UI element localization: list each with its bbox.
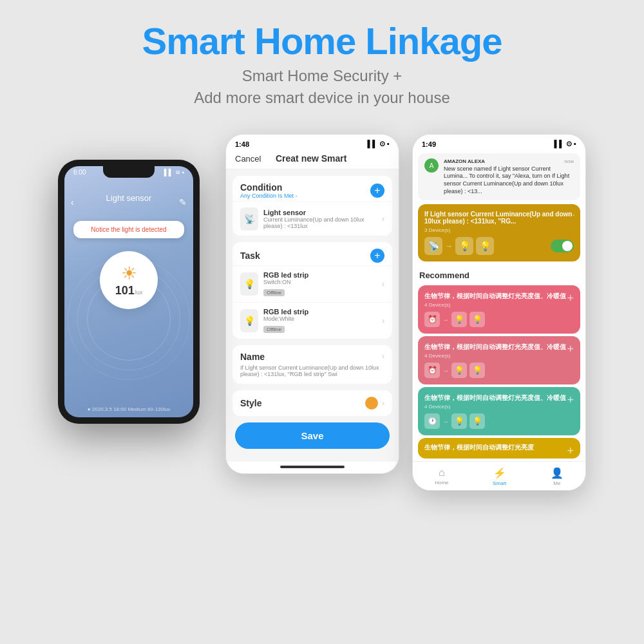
light-sensor-icon: 📡 (240, 207, 258, 231)
mid-phone: 1:48 ▌▌ ⊙ ▪ Cancel Creat new Smart Condi… (225, 134, 399, 474)
left-phone-time: 6:00 (73, 169, 86, 176)
gold-card-toggle[interactable] (551, 240, 574, 252)
condition-item-text: Light sensor Current Luminance(Up and do… (263, 209, 382, 229)
cancel-button[interactable]: Cancel (235, 154, 261, 164)
name-section: Name If Light sensor Current Luminance(U… (232, 345, 392, 384)
recommend-card-2-title: 生物节律，根据时间自动调整灯光亮度值、冷暖值 (424, 343, 574, 352)
notif-time: now (564, 158, 574, 165)
condition-item-arrow: › (382, 214, 384, 223)
task-item-2[interactable]: 💡 RGB led strip Mode:White Offline › (232, 302, 392, 339)
task-item-1-arrow: › (382, 279, 384, 289)
notification-bubble: Notice the light is detected (73, 221, 184, 238)
notif-text: New scene named If Light sensor Current … (444, 166, 574, 196)
nav-home[interactable]: ⌂ Home (435, 467, 448, 486)
page-title: Smart Home Linkage (0, 19, 644, 62)
recommend-card-4[interactable]: + 生物节律，根据时间自动调整灯光亮度 (418, 438, 580, 459)
task-item-1[interactable]: 💡 RGB led strip Switch:ON Offline › (232, 265, 392, 302)
offline-badge-2: Offline (263, 326, 285, 333)
gold-card-icons: 📡 → 💡 💡 (424, 237, 574, 255)
style-label: Style (240, 398, 261, 408)
right-notif-body: AMAZON ALEXA now New scene named If Ligh… (444, 158, 574, 195)
task-title: Task (240, 251, 260, 261)
recommend-label: Recommend (413, 265, 585, 283)
left-phone-wrap: 6:00 ▌▌ ≋ ▪ ‹ Light sensor ✎ Notice the … (58, 160, 213, 424)
rec3-icon-3: 💡 (469, 413, 485, 429)
task-icon-2: 💡 (240, 309, 258, 332)
task-section-header: Task + (232, 242, 392, 265)
task-item-1-name: RGB led strip (263, 271, 382, 279)
left-phone: 6:00 ▌▌ ≋ ▪ ‹ Light sensor ✎ Notice the … (58, 160, 200, 424)
gold-card-more-icon[interactable]: ··· (567, 209, 575, 220)
rec2-icon-1: ⏰ (424, 363, 440, 378)
style-color-dot[interactable] (365, 397, 378, 410)
offline-badge-1: Offline (263, 289, 285, 296)
right-status-bar: 1:49 ▌▌ ⊙ ▪ (413, 135, 585, 151)
smart-icon: ⚡ (493, 467, 506, 479)
page-header: Smart Home Linkage Smart Home Security +… (0, 0, 644, 121)
task-item-2-arrow: › (382, 316, 384, 325)
gold-card-title: If Light sensor Current Luminance(Up and… (424, 211, 574, 225)
right-phone-signal: ▌▌ ⊙ ▪ (554, 140, 576, 148)
right-bottom-nav: ⌂ Home ⚡ Smart 👤 Me (413, 461, 585, 490)
mid-nav: Cancel Creat new Smart (226, 151, 399, 169)
left-phone-signal: ▌▌ ≋ ▪ (164, 169, 184, 176)
recommend-card-1[interactable]: + 生物节律，根据时间自动调整灯光亮度值、冷暖值 4 Device(s) ⏰ →… (418, 285, 580, 334)
right-phone: 1:49 ▌▌ ⊙ ▪ A AMAZON ALEXA now New scene… (412, 134, 586, 491)
name-value: If Light sensor Current Luminance(Up and… (240, 365, 382, 377)
nav-home-label: Home (435, 480, 448, 486)
page-subtitle: Smart Home Security + Add more smart dev… (0, 65, 644, 108)
right-phone-time: 1:49 (422, 140, 436, 148)
recommend-card-3-icons: 🕐 → 💡 💡 (424, 413, 574, 429)
gold-card-devices: 3 Device(s) (424, 227, 574, 233)
mid-status-bar: 1:48 ▌▌ ⊙ ▪ (226, 135, 399, 151)
gold-card-arrow: → (445, 242, 453, 251)
mid-phone-time: 1:48 (235, 140, 249, 148)
recommend-card-3-devices: 4 Device(s) (424, 404, 574, 410)
recommend-card-2[interactable]: + 生物节律，根据时间自动调整灯光亮度值、冷暖值 4 Device(s) ⏰ →… (418, 336, 580, 384)
rec2-icon-3: 💡 (469, 363, 485, 378)
gold-card[interactable]: If Light sensor Current Luminance(Up and… (418, 204, 580, 261)
left-phone-edit-icon[interactable]: ✎ (179, 197, 187, 207)
add-condition-button[interactable]: + (370, 184, 384, 198)
rec2-arrow: → (442, 367, 449, 374)
style-arrow: › (382, 399, 384, 408)
left-phone-screen: 6:00 ▌▌ ≋ ▪ ‹ Light sensor ✎ Notice the … (64, 166, 193, 417)
right-phone-wrap: 1:49 ▌▌ ⊙ ▪ A AMAZON ALEXA now New scene… (412, 134, 586, 491)
right-notification: A AMAZON ALEXA now New scene named If Li… (418, 153, 580, 200)
mid-content: Condition Any Condition Is Met - + 📡 Lig… (226, 169, 399, 462)
task-item-1-detail: Switch:ON (263, 279, 382, 285)
mid-phone-signal: ▌▌ ⊙ ▪ (367, 140, 390, 148)
rec3-arrow: → (442, 418, 449, 425)
nav-me[interactable]: 👤 Me (551, 467, 564, 486)
task-item-2-name: RGB led strip (263, 308, 382, 316)
gold-device-icon-3: 💡 (476, 237, 494, 255)
gold-device-icon-1: 📡 (424, 237, 442, 255)
nav-smart[interactable]: ⚡ Smart (493, 467, 506, 486)
mid-phone-wrap: 1:48 ▌▌ ⊙ ▪ Cancel Creat new Smart Condi… (225, 134, 399, 474)
recommend-card-3[interactable]: + 生物节律，根据时间自动调整灯光亮度值、冷暖值 4 Device(s) 🕐 →… (418, 387, 580, 435)
save-button[interactable]: Save (235, 422, 390, 449)
recommend-card-2-devices: 4 Device(s) (424, 353, 574, 359)
me-icon: 👤 (551, 467, 564, 479)
left-phone-screen-title: Light sensor (64, 188, 193, 208)
recommend-card-1-title: 生物节律，根据时间自动调整灯光亮度值、冷暖值 (424, 292, 574, 301)
mid-nav-title: Creat new Smart (276, 153, 346, 164)
condition-item[interactable]: 📡 Light sensor Current Luminance(Up and … (232, 202, 392, 236)
task-item-2-text: RGB led strip Mode:White Offline (263, 308, 382, 334)
task-item-2-detail: Mode:White (263, 316, 382, 322)
recommend-card-4-plus-icon[interactable]: + (567, 444, 574, 458)
rec1-icon-1: ⏰ (424, 312, 440, 327)
recommend-card-4-title: 生物节律，根据时间自动调整灯光亮度 (424, 443, 574, 452)
name-label: Name (240, 352, 382, 362)
add-task-button[interactable]: + (370, 249, 384, 263)
left-phone-footer: ● 2020.3.5 18:00 Medium 60-130lux (64, 406, 193, 412)
task-item-1-text: RGB led strip Switch:ON Offline (263, 271, 382, 297)
condition-item-name: Light sensor (263, 209, 382, 216)
recommend-card-3-title: 生物节律，根据时间自动调整灯光亮度值、冷暖值 (424, 393, 574, 402)
condition-subtitle: Any Condition Is Met - (240, 193, 298, 199)
rec2-icon-2: 💡 (451, 363, 467, 378)
rec3-icon-2: 💡 (451, 413, 467, 429)
recommend-card-2-icons: ⏰ → 💡 💡 (424, 363, 574, 378)
alexa-icon: A (424, 158, 439, 173)
nav-smart-label: Smart (493, 480, 506, 486)
